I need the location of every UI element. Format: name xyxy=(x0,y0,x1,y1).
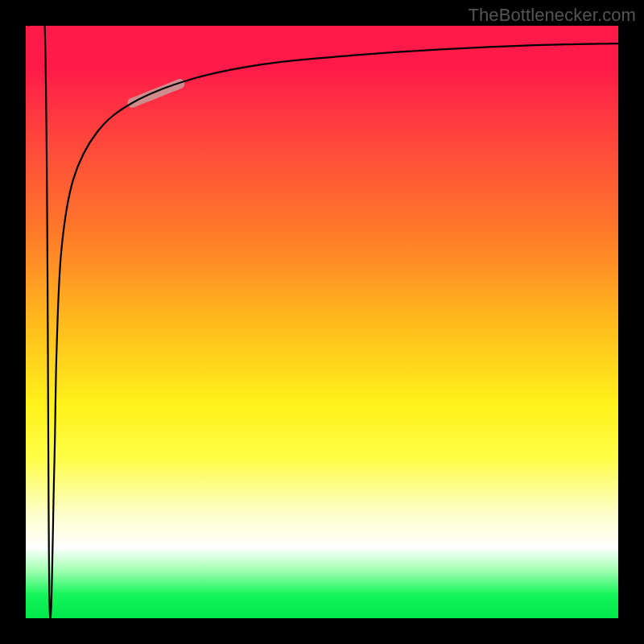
attribution-text: TheBottlenecker.com xyxy=(468,5,636,26)
curve-svg xyxy=(26,26,618,618)
chart-frame: TheBottlenecker.com xyxy=(0,0,644,644)
chart-plot-area xyxy=(26,26,618,618)
bottleneck-curve xyxy=(29,26,618,618)
